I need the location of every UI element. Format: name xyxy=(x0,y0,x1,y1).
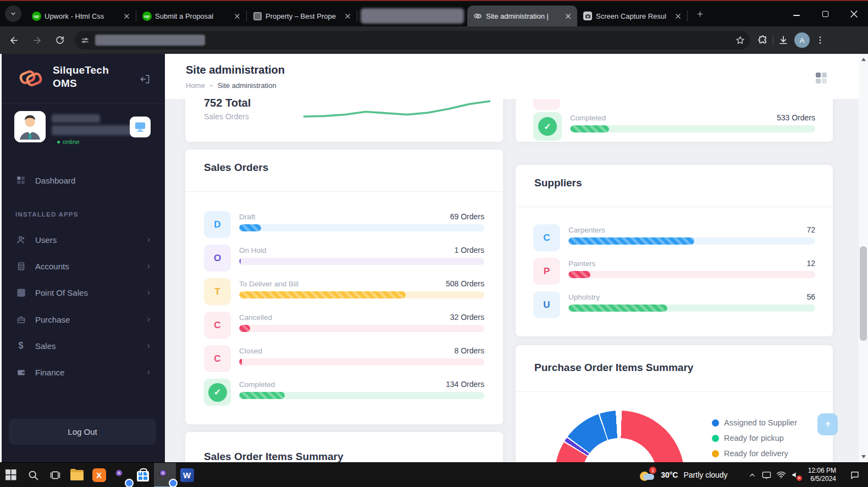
kebab-menu-icon[interactable] xyxy=(815,35,825,45)
window-minimize-button[interactable] xyxy=(782,1,811,26)
card-title: Sales Orders xyxy=(204,162,268,174)
row-label: On Hold xyxy=(239,246,267,254)
user-avatar[interactable] xyxy=(14,111,46,142)
tab-close-icon[interactable] xyxy=(342,11,352,21)
breadcrumb-home[interactable]: Home xyxy=(186,81,205,90)
microsoft-store-button[interactable] xyxy=(132,463,154,487)
wifi-icon[interactable] xyxy=(774,463,788,487)
tab-screen-capture[interactable]: Screen Capture Resul xyxy=(577,5,687,26)
sales-order-items-summary-card: Sales Order Items Summary xyxy=(185,432,503,462)
taskbar-search-button[interactable] xyxy=(22,463,44,487)
card-title: Sales Order Items Summary xyxy=(204,451,343,462)
chrome-profile1-button[interactable]: A xyxy=(110,463,132,487)
tray-chevron-up-icon[interactable] xyxy=(745,463,760,487)
weather-temp: 30°C xyxy=(661,471,678,479)
window-close-button[interactable] xyxy=(839,1,868,26)
sidebar-item-label: Purchase xyxy=(35,315,70,324)
logout-button[interactable]: Log Out xyxy=(9,419,156,445)
sidebar-section-label: INSTALLED APPS xyxy=(15,211,79,218)
tab-redacted[interactable] xyxy=(357,5,467,26)
suppliers-card: Suppliers C Carpenters 72 xyxy=(516,165,833,336)
taskbar-weather[interactable]: 1 30°C Partly cloudy xyxy=(633,463,733,487)
tab-submit-proposal[interactable]: up Submit a Proposal xyxy=(136,5,246,26)
address-bar[interactable] xyxy=(75,31,750,49)
layout-grid-icon[interactable] xyxy=(816,73,828,85)
tab-close-icon[interactable] xyxy=(232,11,242,21)
sales-order-row-on-hold: O On Hold 1 Orders xyxy=(204,245,484,272)
wallet-icon xyxy=(15,368,26,377)
action-center-button[interactable] xyxy=(844,463,866,487)
completed-check-icon: ✓ xyxy=(204,379,231,406)
breadcrumb-current: Site administration xyxy=(218,81,277,90)
progress-bar xyxy=(239,258,484,265)
legend-dot xyxy=(712,419,719,427)
xampp-button[interactable]: X xyxy=(88,463,110,487)
tab-upwork[interactable]: up Upwork - Html Css xyxy=(26,5,136,26)
sales-orders-rows: D Draft 69 Orders O xyxy=(204,211,484,412)
status-badge: C xyxy=(204,345,231,372)
row-label: To Deliver and Bill xyxy=(239,280,298,288)
new-tab-button[interactable] xyxy=(692,6,707,21)
main-area: Site administration Home Site administra… xyxy=(165,54,859,462)
tab-site-administration[interactable]: Site administration | xyxy=(467,5,577,26)
sidebar-divider xyxy=(0,103,165,104)
row-label: Draft xyxy=(239,213,255,221)
sidebar-item-dashboard[interactable]: Dashboard xyxy=(0,168,165,192)
cast-display-icon[interactable] xyxy=(760,463,774,487)
bookmark-star-icon[interactable] xyxy=(735,35,745,46)
windows-taskbar: X A A W 1 30°C xyxy=(0,462,868,487)
sidebar-item-point-of-sales[interactable]: Point Of Sales xyxy=(0,280,165,305)
download-icon[interactable] xyxy=(778,35,789,46)
back-button[interactable] xyxy=(4,31,23,49)
progress-bar xyxy=(239,291,484,298)
scrollbar-up-arrow[interactable] xyxy=(859,55,868,64)
file-explorer-button[interactable] xyxy=(66,463,88,487)
sidebar-collapse-button[interactable] xyxy=(137,71,153,87)
sidebar-item-finance[interactable]: Finance xyxy=(0,360,165,384)
progress-bar xyxy=(239,224,484,231)
windows-logo-icon xyxy=(5,469,16,480)
task-view-button[interactable] xyxy=(44,463,66,487)
online-status: online xyxy=(57,139,80,145)
tab-title: Site administration | xyxy=(486,12,560,20)
scrollbar-thumb[interactable] xyxy=(860,246,867,341)
briefcase-icon xyxy=(15,315,26,324)
browser-profile-avatar[interactable]: A xyxy=(794,32,810,48)
tab-search-button[interactable] xyxy=(5,5,21,22)
taskbar-clock[interactable]: 12:06 PM 6/5/2024 xyxy=(808,467,836,483)
tab-close-icon[interactable] xyxy=(121,11,131,21)
sidebar-item-sales[interactable]: $ Sales xyxy=(0,334,165,358)
tab-close-icon[interactable] xyxy=(673,11,683,21)
sidebar-item-purchase[interactable]: Purchase xyxy=(0,307,165,331)
chevron-right-icon xyxy=(146,263,152,269)
row-value: 533 Orders xyxy=(777,113,815,122)
scrollbar-down-arrow[interactable] xyxy=(859,452,868,461)
extensions-icon[interactable] xyxy=(758,35,769,46)
row-value: 72 xyxy=(806,225,815,234)
sidebar-item-users[interactable]: Users xyxy=(0,228,165,252)
progress-bar xyxy=(239,392,484,399)
monitor-button[interactable] xyxy=(130,117,151,137)
chrome-active-button[interactable]: A xyxy=(154,463,176,487)
volume-muted-icon[interactable]: ✕ xyxy=(788,463,803,487)
tab-close-icon[interactable] xyxy=(563,11,573,21)
reload-button[interactable] xyxy=(51,31,69,49)
word-button[interactable]: W xyxy=(176,463,198,487)
start-button[interactable] xyxy=(0,463,22,487)
chevron-right-icon xyxy=(146,290,152,296)
tab-property[interactable]: Property – Best Prope xyxy=(247,5,357,26)
sales-order-row-draft: D Draft 69 Orders xyxy=(204,211,484,238)
sales-orders-card: Sales Orders D Draft 69 Orders xyxy=(185,150,503,424)
progress-bar xyxy=(568,237,815,245)
page-scrollbar[interactable] xyxy=(859,54,868,462)
monitor-icon xyxy=(134,121,146,132)
sidebar-item-accounts[interactable]: Accounts xyxy=(0,254,165,278)
sales-orders-sparkline xyxy=(303,99,490,120)
window-maximize-button[interactable] xyxy=(811,1,839,26)
forward-button[interactable] xyxy=(27,31,46,49)
row-value: 12 xyxy=(806,259,815,268)
weather-icon: 1 xyxy=(639,468,655,482)
forward-arrow-icon xyxy=(32,35,42,46)
tune-icon[interactable] xyxy=(78,33,92,47)
scroll-to-top-button[interactable] xyxy=(817,413,838,435)
